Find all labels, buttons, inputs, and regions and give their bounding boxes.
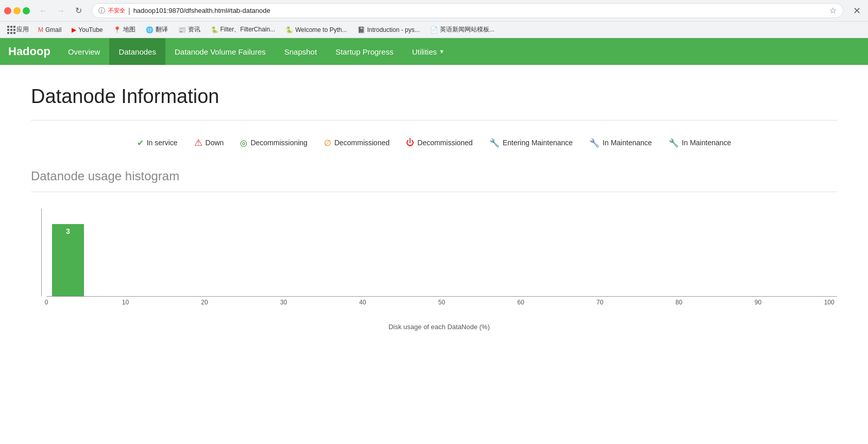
nav-item-datanodes[interactable]: Datanodes [109, 38, 165, 65]
bookmark-youtube[interactable]: ▶ YouTube [67, 25, 107, 35]
histogram-section-title: Datanode usage histogram [31, 169, 837, 183]
legend-container: ✔ In service ⚠ Down ◎ Decommissioning ∅ … [31, 137, 837, 148]
title-divider [31, 120, 837, 121]
histogram-wrapper: 3 0 10 20 30 40 50 60 70 80 90 100 Disk … [31, 209, 837, 331]
bookmark-maps[interactable]: 📍 地图 [109, 24, 140, 36]
resource-icon: 📰 [178, 26, 186, 33]
legend-decommissioned: ∅ Decommissioned [324, 137, 389, 148]
x-tick-10: 10 [122, 299, 129, 306]
news-label: 英语新闻网站模板... [440, 25, 495, 34]
bookmark-star-icon[interactable]: ☆ [829, 6, 837, 15]
x-tick-80: 80 [675, 299, 682, 306]
filter-icon: 🐍 [211, 26, 218, 33]
grid-icon [7, 26, 15, 34]
filter-label: Filter、FilterChain... [220, 25, 276, 34]
legend-row-1: ✔ In service ⚠ Down ◎ Decommissioning ∅ … [137, 137, 473, 148]
bookmarks-bar: 应用 M Gmail ▶ YouTube 📍 地图 🌐 翻译 📰 资讯 🐍 Fi… [0, 21, 868, 38]
legend-decommissioned-power: ⏻ Decommissioned [406, 137, 472, 148]
in-service-label: In service [147, 139, 178, 147]
nav-item-overview[interactable]: Overview [59, 38, 110, 65]
minimize-button[interactable] [13, 7, 21, 14]
x-tick-20: 20 [201, 299, 208, 306]
python-label: Welcome to Pyth... [295, 26, 347, 33]
legend-row-2: 🔧 Entering Maintenance 🔧 In Maintenance … [489, 137, 731, 148]
histogram-bar-0: 3 [52, 224, 84, 296]
x-tick-60: 60 [517, 299, 524, 306]
wrench-green-icon: 🔧 [489, 138, 500, 148]
in-maintenance-label: In Maintenance [603, 139, 652, 147]
x-tick-50: 50 [438, 299, 445, 306]
decommissioning-label: Decommissioning [250, 139, 307, 147]
x-axis: 0 10 20 30 40 50 60 70 80 90 100 [46, 296, 837, 309]
legend-entering-maintenance: 🔧 Entering Maintenance [489, 137, 573, 148]
decommissioned-power-label: Decommissioned [417, 139, 472, 147]
python-icon: 🐍 [285, 26, 293, 33]
legend-decommissioning: ◎ Decommissioning [240, 137, 307, 148]
legend-down: ⚠ Down [194, 137, 224, 148]
x-tick-70: 70 [597, 299, 603, 306]
lock-icon: ⓘ [98, 6, 105, 15]
bookmark-resource[interactable]: 📰 资讯 [174, 24, 205, 36]
bookmark-python[interactable]: 🐍 Welcome to Pyth... [281, 25, 351, 35]
nav-item-utilities[interactable]: Utilities ▼ [403, 38, 454, 65]
browser-chrome: ← → ↻ ⓘ 不安全 | hadoop101:9870/dfshealth.h… [0, 0, 868, 38]
histogram-bars: 3 [47, 209, 84, 296]
youtube-icon: ▶ [72, 26, 76, 33]
bookmark-intro[interactable]: 📓 Introduction - pys... [353, 25, 424, 35]
close-button[interactable] [4, 7, 11, 14]
browser-titlebar: ← → ↻ ⓘ 不安全 | hadoop101:9870/dfshealth.h… [0, 0, 868, 21]
histogram-divider [31, 192, 837, 192]
nav-item-startup-progress[interactable]: Startup Progress [326, 38, 403, 65]
in-maintenance-2-label: In Maintenance [682, 139, 731, 147]
hadoop-brand[interactable]: Hadoop [8, 38, 59, 65]
nav-icons: ← → ↻ [36, 4, 86, 18]
news-icon: 📄 [430, 26, 438, 33]
x-tick-90: 90 [755, 299, 761, 306]
checkmark-icon: ✔ [137, 138, 144, 148]
back-button[interactable]: ← [36, 4, 50, 18]
maximize-button[interactable] [23, 7, 30, 14]
decommissioned-icon: ∅ [324, 138, 331, 148]
x-axis-label: Disk usage of each DataNode (%) [41, 323, 837, 331]
resource-label: 资讯 [188, 25, 200, 34]
maps-icon: 📍 [113, 26, 121, 33]
forward-button[interactable]: → [54, 4, 68, 18]
maps-label: 地图 [123, 25, 135, 34]
nav-item-datanode-volume-failures[interactable]: Datanode Volume Failures [165, 38, 275, 65]
legend-in-service: ✔ In service [137, 137, 178, 148]
url-separator: | [128, 7, 130, 15]
nav-item-snapshot[interactable]: Snapshot [275, 38, 326, 65]
decommissioned-label: Decommissioned [334, 139, 389, 147]
gmail-label: Gmail [45, 26, 61, 33]
down-label: Down [206, 139, 224, 147]
page-title: Datanode Information [31, 86, 837, 108]
bookmark-translate[interactable]: 🌐 翻译 [142, 24, 172, 36]
youtube-label: YouTube [78, 26, 103, 33]
x-tick-30: 30 [280, 299, 287, 306]
intro-label: Introduction - pys... [367, 26, 420, 33]
down-icon: ⚠ [194, 137, 202, 148]
address-bar[interactable]: ⓘ 不安全 | hadoop101:9870/dfshealth.html#ta… [92, 3, 843, 18]
gmail-icon: M [38, 26, 43, 33]
dropdown-caret-icon: ▼ [439, 48, 445, 55]
entering-maintenance-label: Entering Maintenance [503, 139, 573, 147]
translate-label: 翻译 [156, 25, 168, 34]
power-icon: ⏻ [406, 138, 414, 147]
bookmark-news[interactable]: 📄 英语新闻网站模板... [426, 24, 499, 36]
bookmark-gmail[interactable]: M Gmail [34, 25, 65, 35]
legend-in-maintenance: 🔧 In Maintenance [589, 137, 652, 148]
bookmark-filter[interactable]: 🐍 Filter、FilterChain... [207, 24, 280, 36]
decommissioning-icon: ◎ [240, 138, 247, 148]
reload-button[interactable]: ↻ [71, 4, 86, 18]
intro-icon: 📓 [358, 26, 365, 33]
wrench-orange-icon: 🔧 [589, 138, 600, 148]
x-tick-40: 40 [359, 299, 366, 306]
page-content: Datanode Information ✔ In service ⚠ Down… [0, 65, 868, 351]
close-tab-button[interactable]: ✕ [849, 4, 864, 18]
histogram-bar-area: 3 [41, 209, 837, 296]
wrench-red-icon: 🔧 [669, 138, 679, 148]
apps-bookmark[interactable]: 应用 [4, 24, 32, 35]
hadoop-navbar: Hadoop Overview Datanodes Datanode Volum… [0, 38, 868, 65]
legend-in-maintenance-2: 🔧 In Maintenance [669, 137, 731, 148]
apps-label: 应用 [16, 25, 29, 34]
